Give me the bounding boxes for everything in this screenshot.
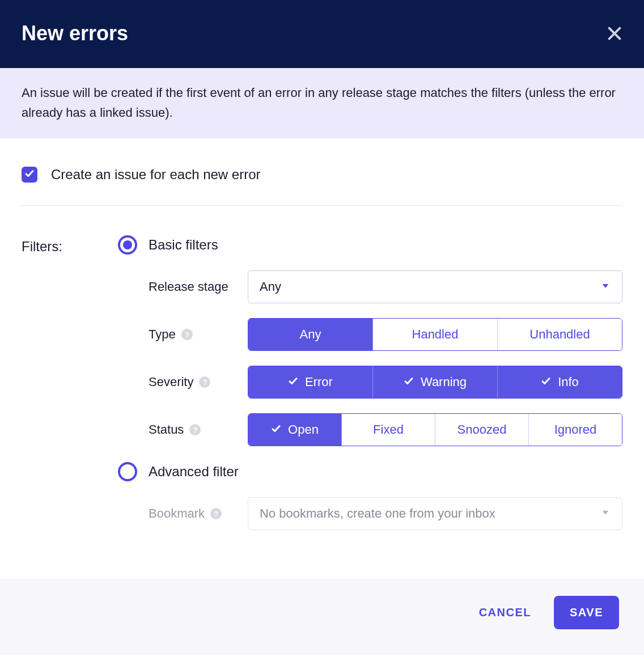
status-option-label: Open [288,422,319,437]
basic-filters-radio-row: Basic filters [118,235,622,255]
basic-filters-label: Basic filters [149,237,218,253]
save-button[interactable]: SAVE [554,596,619,629]
status-option-open[interactable]: Open [248,414,342,446]
check-icon [271,422,281,437]
create-issue-toggle-row: Create an issue for each new error [22,167,622,206]
caret-down-icon [600,506,611,521]
status-option-fixed[interactable]: Fixed [342,414,435,446]
check-icon [288,375,298,389]
severity-option-label: Error [305,375,333,389]
severity-option-error[interactable]: Error [248,366,373,398]
create-issue-checkbox[interactable] [22,167,37,183]
bookmark-select[interactable]: No bookmarks, create one from your inbox [248,497,622,530]
filters-section: Filters: Basic filters Release stage Any [22,235,622,545]
type-option-any[interactable]: Any [248,319,373,350]
type-label-text: Type [149,327,176,342]
status-segmented: Open Fixed Snoozed Ignored [248,413,622,446]
status-row: Status ? Open Fixed [149,413,622,446]
status-label-text: Status [149,422,184,437]
info-banner: An issue will be created if the first ev… [0,68,644,138]
type-option-unhandled[interactable]: Unhandled [498,319,622,350]
type-row: Type ? Any Handled Unhandled [149,318,622,351]
status-option-label: Snoozed [457,422,507,437]
bookmark-placeholder: No bookmarks, create one from your inbox [260,506,495,521]
type-segmented: Any Handled Unhandled [248,318,622,351]
advanced-filter-radio-row: Advanced filter [118,462,622,481]
cancel-button[interactable]: CANCEL [473,598,537,627]
type-option-label: Unhandled [529,327,590,342]
severity-row: Severity ? Error Warning [149,366,622,399]
release-stage-value: Any [260,279,281,294]
advanced-filter-label: Advanced filter [149,464,239,480]
severity-option-label: Warning [421,375,467,389]
help-icon[interactable]: ? [181,329,193,340]
close-button[interactable] [607,26,622,41]
create-issue-label: Create an issue for each new error [51,167,261,183]
advanced-filter-radio[interactable] [118,462,137,481]
new-errors-modal: New errors An issue will be created if t… [0,0,644,655]
severity-option-label: Info [558,375,579,389]
severity-label-text: Severity [149,375,193,389]
radio-dot-icon [123,240,132,249]
status-option-snoozed[interactable]: Snoozed [435,414,529,446]
bookmark-label-text: Bookmark [149,506,205,521]
modal-footer: CANCEL SAVE [0,579,644,655]
basic-filters-radio[interactable] [118,235,137,255]
release-stage-label: Release stage [149,279,248,294]
info-banner-text: An issue will be created if the first ev… [22,86,616,120]
severity-segmented: Error Warning Info [248,366,622,399]
filters-body: Basic filters Release stage Any [118,235,622,545]
release-stage-row: Release stage Any [149,270,622,303]
basic-filters-fields: Release stage Any Type ? [118,270,622,446]
help-icon[interactable]: ? [199,376,210,388]
severity-option-info[interactable]: Info [498,366,622,398]
severity-label: Severity ? [149,375,248,389]
release-stage-select[interactable]: Any [248,270,622,303]
modal-title: New errors [22,22,128,45]
help-icon[interactable]: ? [189,424,201,435]
advanced-filter-section: Advanced filter Bookmark ? No bookmarks,… [118,462,622,530]
check-icon [541,375,551,389]
type-label: Type ? [149,327,248,342]
status-option-ignored[interactable]: Ignored [529,414,622,446]
type-option-label: Handled [412,327,459,342]
status-option-label: Ignored [554,422,597,437]
modal-body: Create an issue for each new error Filte… [0,138,644,579]
check-icon [404,375,414,389]
type-option-handled[interactable]: Handled [373,319,498,350]
filters-title: Filters: [22,235,67,255]
severity-option-warning[interactable]: Warning [373,366,498,398]
status-label: Status ? [149,422,248,437]
status-option-label: Fixed [373,422,404,437]
bookmark-label: Bookmark ? [149,506,248,521]
caret-down-icon [600,279,611,294]
type-option-label: Any [300,327,321,342]
advanced-filter-fields: Bookmark ? No bookmarks, create one from… [118,497,622,530]
modal-header: New errors [0,0,644,68]
bookmark-row: Bookmark ? No bookmarks, create one from… [149,497,622,530]
check-icon [24,168,35,181]
help-icon[interactable]: ? [210,508,222,519]
